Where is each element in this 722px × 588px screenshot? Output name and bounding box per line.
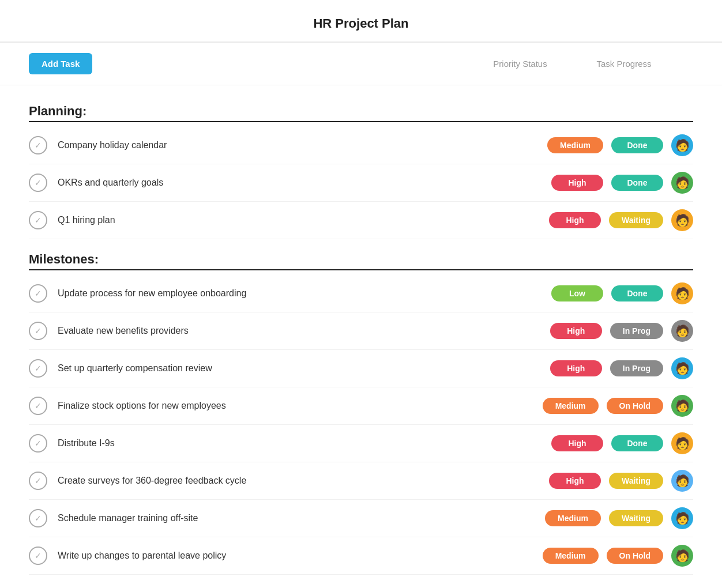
status-badge[interactable]: In Prog <box>610 323 663 339</box>
task-badges: MediumOn Hold🧑 <box>543 395 693 417</box>
task-name: Evaluate new benefits providers <box>58 326 550 336</box>
task-badges: HighWaiting🧑 <box>549 209 693 231</box>
avatar: 🧑 <box>671 172 693 194</box>
task-name: Create surveys for 360-degree feedback c… <box>58 476 549 486</box>
task-checkbox[interactable]: ✓ <box>29 472 47 490</box>
avatar: 🧑 <box>671 432 693 454</box>
task-badges: HighIn Prog🧑 <box>550 320 693 342</box>
task-checkbox[interactable]: ✓ <box>29 284 47 303</box>
task-badges: HighIn Prog🧑 <box>550 357 693 379</box>
avatar: 🧑 <box>671 357 693 379</box>
task-row[interactable]: ✓Company holiday calendarMediumDone🧑 <box>29 127 693 164</box>
status-badge[interactable]: Waiting <box>609 212 663 228</box>
task-name: OKRs and quarterly goals <box>58 178 551 188</box>
avatar: 🧑 <box>671 507 693 529</box>
priority-badge[interactable]: Medium <box>547 137 603 153</box>
priority-badge[interactable]: Medium <box>543 548 599 564</box>
avatar: 🧑 <box>671 395 693 417</box>
avatar: 🧑 <box>671 470 693 492</box>
task-name: Company holiday calendar <box>58 140 547 150</box>
priority-badge[interactable]: Low <box>551 285 603 301</box>
priority-badge[interactable]: High <box>550 360 602 376</box>
avatar: 🧑 <box>671 134 693 156</box>
column-headers: Priority Status Task Progress <box>486 59 659 69</box>
task-name: Write up changes to parental leave polic… <box>58 551 543 561</box>
task-row[interactable]: ✓Create surveys for 360-degree feedback … <box>29 462 693 500</box>
priority-badge[interactable]: Medium <box>543 398 599 414</box>
priority-badge[interactable]: Medium <box>545 510 601 526</box>
status-badge[interactable]: Done <box>611 137 663 153</box>
task-checkbox[interactable]: ✓ <box>29 397 47 415</box>
task-badges: MediumOn Hold🧑 <box>543 545 693 567</box>
task-name: Distribute I-9s <box>58 438 551 448</box>
task-badges: LowDone🧑 <box>551 282 693 304</box>
section-divider-milestones <box>29 269 693 270</box>
task-name: Set up quarterly compensation review <box>58 363 550 374</box>
section-milestones: Milestones:✓Update process for new emplo… <box>29 252 693 575</box>
task-checkbox[interactable]: ✓ <box>29 174 47 192</box>
status-badge[interactable]: Waiting <box>609 510 663 526</box>
section-divider-planning <box>29 121 693 122</box>
task-badges: MediumWaiting🧑 <box>545 507 693 529</box>
task-name: Schedule manager training off-site <box>58 513 545 523</box>
status-badge[interactable]: On Hold <box>607 398 663 414</box>
section-title-milestones: Milestones: <box>29 252 693 267</box>
task-progress-header: Task Progress <box>589 59 659 69</box>
task-name: Update process for new employee onboardi… <box>58 288 551 299</box>
priority-badge[interactable]: High <box>549 473 601 489</box>
task-row[interactable]: ✓Update process for new employee onboard… <box>29 275 693 312</box>
status-badge[interactable]: In Prog <box>610 360 663 376</box>
avatar: 🧑 <box>671 545 693 567</box>
task-row[interactable]: ✓Set up quarterly compensation reviewHig… <box>29 350 693 387</box>
task-row[interactable]: ✓Write up changes to parental leave poli… <box>29 537 693 575</box>
task-badges: MediumDone🧑 <box>547 134 693 156</box>
priority-badge[interactable]: High <box>551 435 603 451</box>
task-checkbox[interactable]: ✓ <box>29 359 47 378</box>
page-header: HR Project Plan <box>0 0 722 43</box>
priority-badge[interactable]: High <box>551 175 603 191</box>
status-badge[interactable]: Done <box>611 175 663 191</box>
priority-status-header: Priority Status <box>486 59 555 69</box>
task-row[interactable]: ✓Finalize stock options for new employee… <box>29 387 693 425</box>
page-title: HR Project Plan <box>313 16 408 31</box>
task-row[interactable]: ✓Q1 hiring planHighWaiting🧑 <box>29 202 693 239</box>
avatar: 🧑 <box>671 282 693 304</box>
task-row[interactable]: ✓Distribute I-9sHighDone🧑 <box>29 425 693 462</box>
avatar: 🧑 <box>671 209 693 231</box>
task-row[interactable]: ✓Schedule manager training off-siteMediu… <box>29 500 693 537</box>
task-row[interactable]: ✓OKRs and quarterly goalsHighDone🧑 <box>29 164 693 202</box>
task-name: Finalize stock options for new employees <box>58 401 543 411</box>
status-badge[interactable]: Waiting <box>609 473 663 489</box>
task-name: Q1 hiring plan <box>58 215 549 225</box>
task-checkbox[interactable]: ✓ <box>29 509 47 527</box>
toolbar: Add Task Priority Status Task Progress <box>0 43 722 85</box>
add-task-button[interactable]: Add Task <box>29 53 92 74</box>
priority-badge[interactable]: High <box>549 212 601 228</box>
task-badges: HighDone🧑 <box>551 432 693 454</box>
task-row[interactable]: ✓Evaluate new benefits providersHighIn P… <box>29 312 693 350</box>
avatar: 🧑 <box>671 320 693 342</box>
task-checkbox[interactable]: ✓ <box>29 434 47 453</box>
status-badge[interactable]: On Hold <box>607 548 663 564</box>
section-title-planning: Planning: <box>29 104 693 119</box>
task-checkbox[interactable]: ✓ <box>29 546 47 565</box>
task-checkbox[interactable]: ✓ <box>29 322 47 340</box>
content-area: Planning:✓Company holiday calendarMedium… <box>0 85 722 588</box>
task-checkbox[interactable]: ✓ <box>29 211 47 229</box>
status-badge[interactable]: Done <box>611 435 663 451</box>
task-badges: HighWaiting🧑 <box>549 470 693 492</box>
priority-badge[interactable]: High <box>550 323 602 339</box>
task-checkbox[interactable]: ✓ <box>29 136 47 154</box>
task-badges: HighDone🧑 <box>551 172 693 194</box>
section-planning: Planning:✓Company holiday calendarMedium… <box>29 104 693 239</box>
status-badge[interactable]: Done <box>611 285 663 301</box>
